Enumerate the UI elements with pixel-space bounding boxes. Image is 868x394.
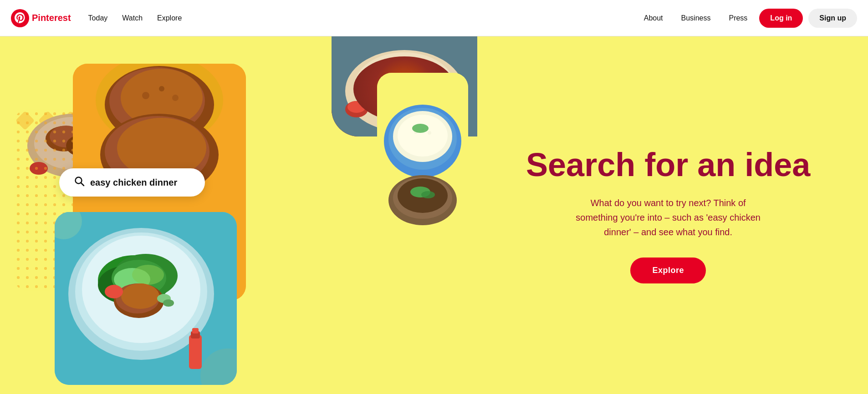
login-button[interactable]: Log in	[759, 9, 803, 28]
nav-press[interactable]: Press	[722, 10, 754, 26]
hero-title: Search for an idea	[526, 147, 810, 183]
svg-point-71	[428, 131, 431, 135]
hero-content: Search for an idea What do you want to t…	[477, 36, 868, 394]
svg-point-37	[159, 86, 164, 91]
salad-svg	[55, 212, 237, 385]
svg-rect-61	[192, 328, 199, 333]
svg-point-0	[11, 9, 29, 27]
hero-subtitle: What do you want to try next? Think of s…	[572, 196, 764, 239]
signup-button[interactable]: Sign up	[808, 9, 857, 28]
svg-point-54	[132, 265, 164, 285]
navbar-left: Pinterest Today Watch Explore	[11, 9, 188, 27]
logo-text: Pinterest	[32, 13, 71, 23]
navbar-right: About Business Press Log in Sign up	[638, 9, 857, 28]
nav-business[interactable]: Business	[675, 10, 717, 26]
pinterest-logo[interactable]: Pinterest	[11, 9, 71, 27]
nav-today[interactable]: Today	[82, 10, 114, 26]
search-bar-overlay[interactable]: easy chicken dinner	[59, 168, 205, 197]
svg-point-68	[398, 115, 448, 157]
hero-section: easy chicken dinner Search for an idea W…	[0, 36, 868, 394]
svg-point-29	[30, 162, 48, 175]
search-svg-icon	[74, 176, 85, 187]
svg-point-77	[421, 191, 435, 198]
nav-about[interactable]: About	[638, 10, 669, 26]
svg-point-36	[142, 92, 149, 99]
search-query-text: easy chicken dinner	[90, 177, 177, 188]
svg-point-72	[412, 124, 429, 133]
nav-explore[interactable]: Explore	[151, 10, 188, 26]
svg-point-11	[347, 101, 366, 113]
svg-rect-20	[50, 129, 69, 148]
search-icon	[74, 176, 85, 189]
svg-rect-59	[189, 335, 202, 369]
svg-rect-14	[15, 111, 35, 130]
svg-point-58	[105, 285, 123, 298]
svg-point-38	[172, 95, 179, 101]
bottom-food-card	[55, 212, 237, 385]
nav-watch[interactable]: Watch	[116, 10, 149, 26]
svg-point-63	[163, 299, 174, 307]
svg-rect-15	[38, 111, 57, 130]
hero-collage: easy chicken dinner	[0, 36, 477, 394]
explore-button[interactable]: Explore	[630, 258, 706, 283]
svg-line-79	[81, 183, 84, 186]
nav-links-left: Today Watch Explore	[82, 10, 189, 26]
right-food-card	[377, 73, 468, 227]
navbar: Pinterest Today Watch Explore About Busi…	[0, 0, 868, 36]
pinterest-logo-icon	[11, 9, 29, 27]
svg-rect-19	[27, 129, 46, 148]
svg-point-57	[121, 283, 159, 309]
right-food-svg	[377, 73, 468, 227]
